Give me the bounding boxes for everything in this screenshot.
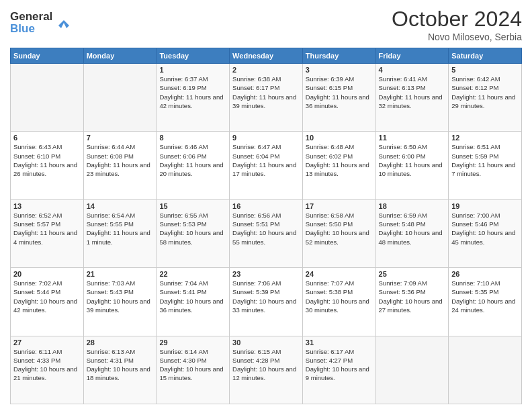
week-row-4: 20Sunrise: 7:02 AMSunset: 5:44 PMDayligh… xyxy=(11,268,522,336)
table-cell: 3Sunrise: 6:39 AMSunset: 6:15 PMDaylight… xyxy=(302,64,375,132)
day-info: Sunrise: 6:39 AMSunset: 6:15 PMDaylight:… xyxy=(306,75,373,110)
table-cell: 13Sunrise: 6:52 AMSunset: 5:57 PMDayligh… xyxy=(11,199,84,267)
day-number: 25 xyxy=(379,270,446,278)
logo: General Blue xyxy=(10,7,71,40)
svg-marker-2 xyxy=(58,20,69,28)
day-number: 13 xyxy=(13,202,81,210)
table-cell: 14Sunrise: 6:54 AMSunset: 5:55 PMDayligh… xyxy=(83,199,157,267)
day-info: Sunrise: 6:38 AMSunset: 6:17 PMDaylight:… xyxy=(232,75,300,110)
day-number: 30 xyxy=(232,338,300,347)
header-sunday: Sunday xyxy=(11,48,84,64)
day-info: Sunrise: 6:37 AMSunset: 6:19 PMDaylight:… xyxy=(159,75,226,110)
day-number: 10 xyxy=(306,134,373,142)
table-cell: 23Sunrise: 7:06 AMSunset: 5:39 PMDayligh… xyxy=(230,268,303,336)
table-cell: 2Sunrise: 6:38 AMSunset: 6:17 PMDaylight… xyxy=(230,64,303,132)
day-info: Sunrise: 6:43 AMSunset: 6:10 PMDaylight:… xyxy=(13,142,81,178)
day-info: Sunrise: 6:59 AMSunset: 5:48 PMDaylight:… xyxy=(379,211,446,246)
day-number: 21 xyxy=(87,270,154,278)
page: General Blue October 2024 Novo Milosevo,… xyxy=(0,0,532,411)
table-cell: 9Sunrise: 6:47 AMSunset: 6:04 PMDaylight… xyxy=(230,132,303,199)
day-info: Sunrise: 7:02 AMSunset: 5:44 PMDaylight:… xyxy=(13,279,81,314)
table-cell: 27Sunrise: 6:11 AMSunset: 4:33 PMDayligh… xyxy=(11,336,84,404)
table-cell: 30Sunrise: 6:15 AMSunset: 4:28 PMDayligh… xyxy=(230,336,303,404)
day-number: 3 xyxy=(306,66,373,74)
week-row-5: 27Sunrise: 6:11 AMSunset: 4:33 PMDayligh… xyxy=(11,336,522,404)
day-number: 17 xyxy=(306,202,373,210)
day-number: 24 xyxy=(306,270,373,278)
table-cell: 16Sunrise: 6:56 AMSunset: 5:51 PMDayligh… xyxy=(230,199,303,267)
table-cell: 11Sunrise: 6:50 AMSunset: 6:00 PMDayligh… xyxy=(375,132,449,199)
day-info: Sunrise: 6:14 AMSunset: 4:30 PMDaylight:… xyxy=(159,347,226,383)
day-number: 15 xyxy=(159,202,226,210)
table-cell: 10Sunrise: 6:48 AMSunset: 6:02 PMDayligh… xyxy=(302,132,375,199)
title-block: October 2024 Novo Milosevo, Serbia xyxy=(392,7,522,42)
day-info: Sunrise: 6:11 AMSunset: 4:33 PMDaylight:… xyxy=(13,347,81,383)
day-info: Sunrise: 6:52 AMSunset: 5:57 PMDaylight:… xyxy=(13,211,81,246)
day-info: Sunrise: 6:42 AMSunset: 6:12 PMDaylight:… xyxy=(451,75,519,110)
day-number: 16 xyxy=(232,202,300,210)
day-info: Sunrise: 6:46 AMSunset: 6:06 PMDaylight:… xyxy=(159,142,226,178)
table-cell: 22Sunrise: 7:04 AMSunset: 5:41 PMDayligh… xyxy=(157,268,230,336)
day-number: 29 xyxy=(159,338,226,347)
week-row-3: 13Sunrise: 6:52 AMSunset: 5:57 PMDayligh… xyxy=(11,199,522,267)
table-cell xyxy=(449,336,522,404)
table-cell: 17Sunrise: 6:58 AMSunset: 5:50 PMDayligh… xyxy=(302,199,375,267)
day-number: 27 xyxy=(13,338,81,347)
day-number: 19 xyxy=(451,202,519,210)
day-info: Sunrise: 6:15 AMSunset: 4:28 PMDaylight:… xyxy=(232,347,300,383)
header-monday: Monday xyxy=(83,48,157,64)
table-cell: 24Sunrise: 7:07 AMSunset: 5:38 PMDayligh… xyxy=(302,268,375,336)
svg-text:General: General xyxy=(10,10,52,23)
day-number: 20 xyxy=(13,270,81,278)
day-number: 5 xyxy=(451,66,519,74)
table-cell: 28Sunrise: 6:13 AMSunset: 4:31 PMDayligh… xyxy=(83,336,157,404)
day-info: Sunrise: 7:06 AMSunset: 5:39 PMDaylight:… xyxy=(232,279,300,314)
day-info: Sunrise: 7:03 AMSunset: 5:43 PMDaylight:… xyxy=(87,279,154,314)
table-cell xyxy=(83,64,157,132)
day-info: Sunrise: 6:48 AMSunset: 6:02 PMDaylight:… xyxy=(306,142,373,178)
svg-text:Blue: Blue xyxy=(10,22,35,35)
table-cell: 15Sunrise: 6:55 AMSunset: 5:53 PMDayligh… xyxy=(157,199,230,267)
day-number: 2 xyxy=(232,66,300,74)
table-cell: 29Sunrise: 6:14 AMSunset: 4:30 PMDayligh… xyxy=(157,336,230,404)
header-tuesday: Tuesday xyxy=(157,48,230,64)
day-info: Sunrise: 6:41 AMSunset: 6:13 PMDaylight:… xyxy=(379,75,446,110)
table-cell: 20Sunrise: 7:02 AMSunset: 5:44 PMDayligh… xyxy=(11,268,84,336)
day-number: 31 xyxy=(306,338,373,347)
day-number: 14 xyxy=(87,202,154,210)
week-row-1: 1Sunrise: 6:37 AMSunset: 6:19 PMDaylight… xyxy=(11,64,522,132)
day-number: 8 xyxy=(159,134,226,142)
day-number: 26 xyxy=(451,270,519,278)
day-info: Sunrise: 6:13 AMSunset: 4:31 PMDaylight:… xyxy=(87,347,154,383)
day-number: 12 xyxy=(451,134,519,142)
day-info: Sunrise: 7:04 AMSunset: 5:41 PMDaylight:… xyxy=(159,279,226,314)
header-friday: Friday xyxy=(375,48,449,64)
day-info: Sunrise: 7:09 AMSunset: 5:36 PMDaylight:… xyxy=(379,279,446,314)
day-info: Sunrise: 6:54 AMSunset: 5:55 PMDaylight:… xyxy=(87,211,154,246)
day-number: 18 xyxy=(379,202,446,210)
day-info: Sunrise: 6:56 AMSunset: 5:51 PMDaylight:… xyxy=(232,211,300,246)
header-saturday: Saturday xyxy=(449,48,522,64)
table-cell: 1Sunrise: 6:37 AMSunset: 6:19 PMDaylight… xyxy=(157,64,230,132)
weekday-header-row: Sunday Monday Tuesday Wednesday Thursday… xyxy=(11,48,522,64)
table-cell xyxy=(11,64,84,132)
header-thursday: Thursday xyxy=(302,48,375,64)
day-number: 23 xyxy=(232,270,300,278)
calendar-table: Sunday Monday Tuesday Wednesday Thursday… xyxy=(10,48,522,404)
week-row-2: 6Sunrise: 6:43 AMSunset: 6:10 PMDaylight… xyxy=(11,132,522,199)
day-number: 11 xyxy=(379,134,446,142)
day-number: 28 xyxy=(87,338,154,347)
day-info: Sunrise: 6:44 AMSunset: 6:08 PMDaylight:… xyxy=(87,142,154,178)
day-info: Sunrise: 6:17 AMSunset: 4:27 PMDaylight:… xyxy=(306,347,373,383)
table-cell: 4Sunrise: 6:41 AMSunset: 6:13 PMDaylight… xyxy=(375,64,449,132)
day-number: 9 xyxy=(232,134,300,142)
day-info: Sunrise: 7:10 AMSunset: 5:35 PMDaylight:… xyxy=(451,279,519,314)
location: Novo Milosevo, Serbia xyxy=(392,32,522,42)
header-wednesday: Wednesday xyxy=(230,48,303,64)
day-info: Sunrise: 6:55 AMSunset: 5:53 PMDaylight:… xyxy=(159,211,226,246)
day-number: 22 xyxy=(159,270,226,278)
table-cell: 25Sunrise: 7:09 AMSunset: 5:36 PMDayligh… xyxy=(375,268,449,336)
day-info: Sunrise: 6:58 AMSunset: 5:50 PMDaylight:… xyxy=(306,211,373,246)
day-info: Sunrise: 6:47 AMSunset: 6:04 PMDaylight:… xyxy=(232,142,300,178)
day-number: 1 xyxy=(159,66,226,74)
